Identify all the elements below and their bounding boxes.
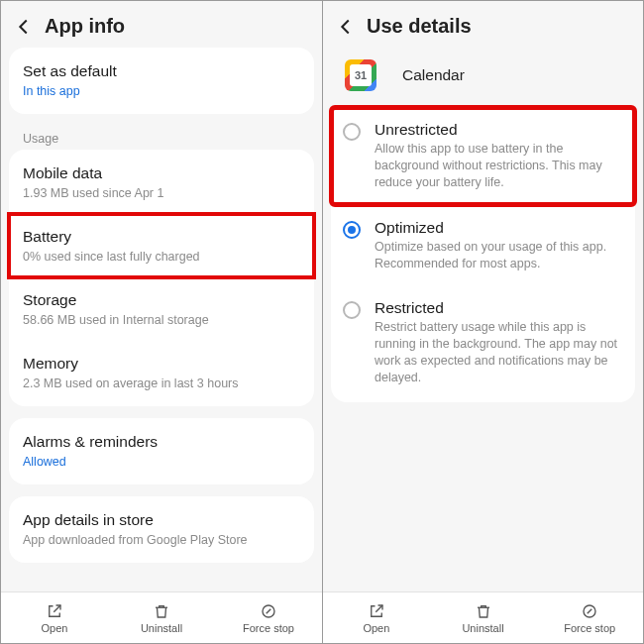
calendar-icon — [345, 59, 376, 91]
row-set-as-default[interactable]: Set as default In this app — [9, 50, 314, 112]
topbar-left: App info — [1, 1, 322, 48]
row-title: Alarms & reminders — [23, 432, 300, 452]
row-sub: 58.66 MB used in Internal storage — [23, 312, 300, 329]
radio-restricted[interactable]: Restricted Restrict battery usage while … — [331, 285, 635, 400]
topbar-right: Use details — [323, 1, 643, 48]
card-alarms: Alarms & reminders Allowed — [9, 418, 314, 484]
card-details: App details in store App downloaded from… — [9, 496, 314, 563]
radio-icon — [343, 123, 361, 141]
page-title-right: Use details — [367, 15, 472, 38]
radio-icon — [343, 301, 361, 319]
force-stop-button[interactable]: Force stop — [536, 592, 643, 643]
page-title-left: App info — [45, 15, 125, 38]
btn-label: Open — [363, 622, 389, 634]
stop-icon — [260, 602, 277, 620]
row-sub: 0% used since last fully charged — [23, 249, 300, 266]
row-battery[interactable]: Battery 0% used since last fully charged — [9, 214, 314, 277]
radio-desc: Optimize based on your usage of this app… — [375, 239, 621, 272]
row-memory[interactable]: Memory 2.3 MB used on average in last 3 … — [9, 341, 314, 404]
row-title: Memory — [23, 354, 300, 374]
app-name: Calendar — [402, 66, 465, 84]
row-title: Set as default — [23, 61, 300, 81]
radio-icon — [343, 221, 361, 239]
row-title: Mobile data — [23, 163, 300, 183]
section-usage-label: Usage — [9, 126, 314, 150]
radio-card: Unrestricted Allow this app to use batte… — [331, 105, 635, 402]
row-title: Battery — [23, 227, 300, 247]
btn-label: Force stop — [564, 622, 615, 634]
btn-label: Force stop — [243, 622, 294, 634]
row-mobile-data[interactable]: Mobile data 1.93 MB used since Apr 1 — [9, 152, 314, 214]
btn-label: Open — [42, 622, 68, 634]
uninstall-button[interactable]: Uninstall — [108, 592, 215, 643]
app-header: Calendar — [331, 48, 635, 101]
radio-desc: Allow this app to use battery in the bac… — [375, 141, 621, 191]
row-storage[interactable]: Storage 58.66 MB used in Internal storag… — [9, 277, 314, 341]
uninstall-button[interactable]: Uninstall — [430, 592, 537, 643]
open-icon — [368, 602, 385, 620]
scroll-right: Calendar Unrestricted Allow this app to … — [323, 48, 643, 591]
radio-title: Restricted — [375, 299, 621, 317]
scroll-left: Set as default In this app Usage Mobile … — [1, 48, 322, 591]
open-button[interactable]: Open — [323, 592, 430, 643]
back-icon[interactable] — [335, 16, 357, 38]
pane-use-details: Use details Calendar Unrestricted Allow … — [322, 1, 643, 643]
row-title: Storage — [23, 290, 300, 310]
radio-optimized[interactable]: Optimized Optimize based on your usage o… — [331, 205, 635, 286]
radio-unrestricted[interactable]: Unrestricted Allow this app to use batte… — [331, 107, 635, 205]
trash-icon — [153, 602, 170, 620]
row-sub: In this app — [23, 83, 300, 100]
row-alarms[interactable]: Alarms & reminders Allowed — [9, 420, 314, 483]
row-sub: App downloaded from Google Play Store — [23, 532, 300, 549]
open-icon — [46, 602, 63, 620]
back-icon[interactable] — [13, 16, 35, 38]
card-usage: Mobile data 1.93 MB used since Apr 1 Bat… — [9, 150, 314, 406]
row-title: App details in store — [23, 510, 300, 530]
row-sub: 2.3 MB used on average in last 3 hours — [23, 376, 300, 392]
radio-body: Restricted Restrict battery usage while … — [375, 299, 621, 386]
bottombar-right: Open Uninstall Force stop — [323, 591, 643, 643]
radio-title: Unrestricted — [375, 121, 621, 139]
row-app-details[interactable]: App details in store App downloaded from… — [9, 498, 314, 561]
radio-body: Optimized Optimize based on your usage o… — [375, 219, 621, 272]
row-sub: 1.93 MB used since Apr 1 — [23, 185, 300, 202]
stop-icon — [581, 602, 598, 620]
force-stop-button[interactable]: Force stop — [215, 592, 322, 643]
card-default: Set as default In this app — [9, 48, 314, 114]
row-sub: Allowed — [23, 454, 300, 471]
radio-title: Optimized — [375, 219, 621, 237]
open-button[interactable]: Open — [1, 592, 108, 643]
bottombar-left: Open Uninstall Force stop — [1, 591, 322, 643]
btn-label: Uninstall — [462, 622, 503, 634]
btn-label: Uninstall — [141, 622, 182, 634]
trash-icon — [475, 602, 492, 620]
pane-app-info: App info Set as default In this app Usag… — [1, 1, 322, 643]
radio-desc: Restrict battery usage while this app is… — [375, 319, 621, 386]
radio-body: Unrestricted Allow this app to use batte… — [375, 121, 621, 191]
